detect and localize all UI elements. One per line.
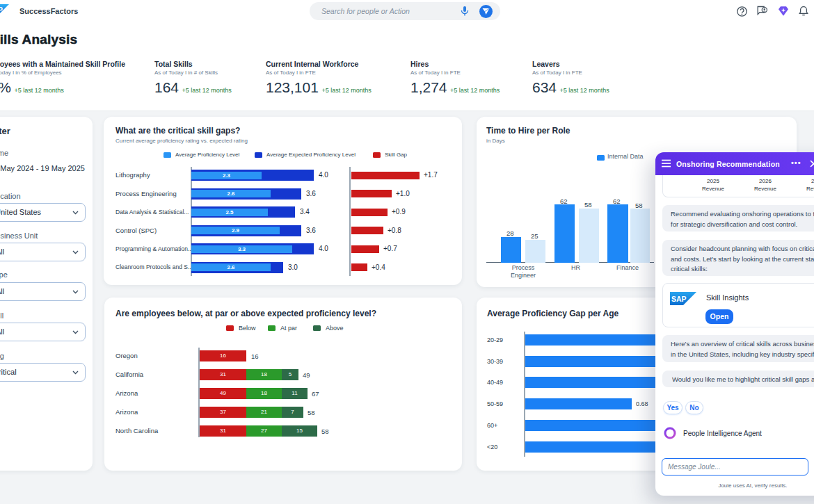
svg-text:SAP: SAP (0, 6, 3, 14)
svg-text:SAP: SAP (671, 295, 687, 303)
